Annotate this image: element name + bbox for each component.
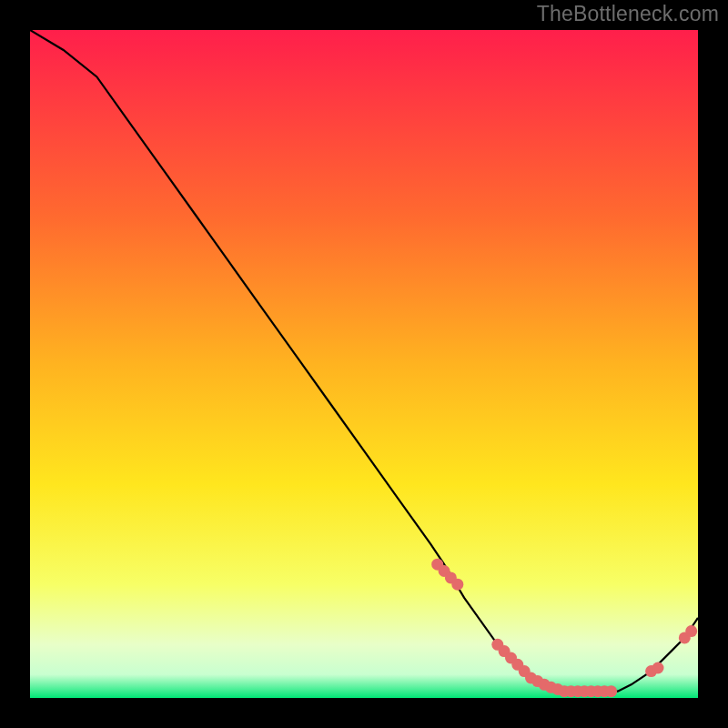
marker-dot [652,662,664,674]
chart-svg [30,30,698,698]
watermark-text: TheBottleneck.com [537,2,719,26]
marker-dot [685,625,697,637]
chart-frame: TheBottleneck.com [0,0,728,728]
gradient-background [30,30,698,698]
plot-area [30,30,698,698]
marker-dot [605,685,617,697]
marker-dot [451,579,463,591]
